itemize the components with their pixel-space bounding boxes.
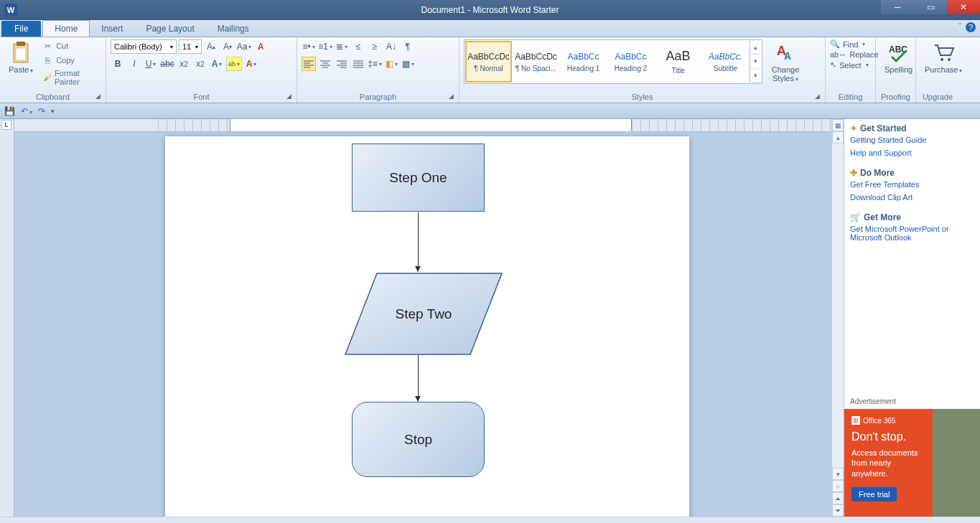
find-button[interactable]: 🔍Find bbox=[830, 39, 879, 49]
justify-icon bbox=[353, 60, 363, 68]
page-scroll[interactable]: Step One Step Two Stop bbox=[14, 132, 831, 517]
tab-insert[interactable]: Insert bbox=[90, 21, 134, 37]
justify-button[interactable] bbox=[351, 57, 365, 71]
page[interactable]: Step One Step Two Stop bbox=[165, 136, 689, 517]
qat-customize[interactable]: ▾ bbox=[51, 108, 55, 115]
scroll-down[interactable]: ▾ bbox=[832, 468, 844, 480]
numbering-button[interactable]: ≡1 bbox=[318, 39, 332, 54]
svg-point-22 bbox=[941, 58, 943, 61]
style-nospacing[interactable]: AaBbCcDc ¶ No Spaci... bbox=[513, 41, 559, 83]
decrease-indent-button[interactable]: ≤ bbox=[351, 39, 365, 54]
borders-button[interactable]: ▦ bbox=[401, 57, 415, 71]
ad-cta-button[interactable]: Free trial bbox=[851, 487, 897, 501]
file-tab[interactable]: File bbox=[1, 21, 41, 37]
bullets-button[interactable]: ≡• bbox=[302, 39, 316, 54]
domore-heading: ✚Do More bbox=[850, 168, 974, 178]
shrink-font-button[interactable]: A▾ bbox=[220, 39, 235, 54]
redo-button[interactable]: ↷ bbox=[38, 106, 45, 116]
tab-mailings[interactable]: Mailings bbox=[206, 21, 261, 37]
select-button[interactable]: ↖Select bbox=[830, 60, 879, 70]
strikethrough-button[interactable]: abc bbox=[160, 57, 174, 71]
minimize-button[interactable]: ─ bbox=[881, 0, 914, 14]
tab-home[interactable]: Home bbox=[42, 20, 90, 37]
font-size-selector[interactable]: 11▾ bbox=[179, 39, 202, 54]
style-title[interactable]: AaB Title bbox=[655, 41, 701, 83]
paragraph-launcher[interactable]: ◢ bbox=[449, 93, 456, 100]
align-center-button[interactable] bbox=[318, 57, 332, 71]
link-get-powerpoint-outlook[interactable]: Get Microsoft PowerPoint or Microsoft Ou… bbox=[850, 222, 974, 244]
styles-scroll-up[interactable]: ▴ bbox=[750, 41, 761, 55]
italic-button[interactable]: I bbox=[127, 57, 141, 71]
replace-button[interactable]: ab↔Replace bbox=[830, 50, 879, 59]
undo-button[interactable]: ↶ bbox=[21, 106, 32, 116]
align-left-button[interactable] bbox=[302, 57, 316, 71]
cut-button[interactable]: ✂Cut bbox=[40, 39, 101, 52]
close-button[interactable]: ✕ bbox=[947, 0, 980, 14]
show-marks-button[interactable]: ¶ bbox=[401, 39, 415, 54]
styles-launcher[interactable]: ◢ bbox=[815, 93, 822, 100]
font-launcher[interactable]: ◢ bbox=[286, 93, 294, 100]
save-button[interactable]: 💾 bbox=[4, 106, 15, 116]
styles-expand[interactable]: ▾ bbox=[750, 69, 761, 83]
shading-button[interactable]: ◧ bbox=[384, 57, 398, 71]
next-page[interactable]: ⏷ bbox=[832, 504, 844, 517]
vertical-scrollbar[interactable]: ▦ ▴ ▾ ○ ⏶ ⏷ bbox=[831, 119, 844, 517]
grow-font-button[interactable]: A▴ bbox=[204, 39, 218, 54]
maximize-button[interactable]: ▭ bbox=[914, 0, 947, 14]
multilevel-button[interactable]: ≣ bbox=[335, 39, 349, 54]
style-normal[interactable]: AaBbCcDc ¶ Normal bbox=[465, 41, 512, 83]
tab-selector[interactable]: L bbox=[1, 120, 11, 130]
underline-button[interactable]: U bbox=[144, 57, 158, 71]
ad-headline: Don't stop. bbox=[851, 430, 973, 443]
font-name-selector[interactable]: Calibri (Body)▾ bbox=[111, 39, 177, 54]
flowchart-parallelogram[interactable]: Step Two bbox=[345, 273, 503, 355]
flowchart-arrow-1[interactable] bbox=[418, 212, 419, 271]
style-subtitle[interactable]: AaBbCc. Subtitle bbox=[702, 41, 749, 83]
flowchart-arrow-2[interactable] bbox=[418, 355, 419, 401]
text-effects-button[interactable]: A bbox=[210, 57, 224, 71]
style-heading1[interactable]: AaBbCc Heading 1 bbox=[560, 41, 607, 83]
line-spacing-button[interactable]: ‡≡ bbox=[368, 57, 382, 71]
increase-indent-button[interactable]: ≥ bbox=[368, 39, 382, 54]
help-icon[interactable]: ? bbox=[966, 22, 976, 32]
link-getting-started-guide[interactable]: Getting Started Guide bbox=[850, 133, 974, 146]
purchase-button[interactable]: Purchase bbox=[920, 39, 966, 75]
change-styles-button[interactable]: AA Change Styles bbox=[765, 39, 806, 85]
copy-button[interactable]: ⎘Copy bbox=[40, 54, 101, 67]
change-case-button[interactable]: Aa bbox=[237, 39, 251, 54]
ribbon: Paste ✂Cut ⎘Copy 🖌Format Painter Clipboa… bbox=[0, 37, 980, 103]
styles-scroll-down[interactable]: ▾ bbox=[750, 55, 761, 68]
sort-button[interactable]: A↓ bbox=[384, 39, 398, 54]
link-download-clipart[interactable]: Download Clip Art bbox=[850, 191, 974, 204]
spelling-button[interactable]: ABC Spelling bbox=[880, 39, 917, 75]
scroll-up[interactable]: ▴ bbox=[832, 131, 844, 143]
highlight-button[interactable]: ab bbox=[226, 57, 242, 71]
style-heading2[interactable]: AaBbCc Heading 2 bbox=[607, 41, 654, 83]
paste-button[interactable]: Paste bbox=[4, 39, 37, 75]
clipboard-launcher[interactable]: ◢ bbox=[95, 93, 103, 100]
subscript-button[interactable]: x2 bbox=[177, 57, 191, 71]
align-right-button[interactable] bbox=[335, 57, 349, 71]
tab-pagelayout[interactable]: Page Layout bbox=[134, 21, 205, 37]
align-left-icon bbox=[304, 60, 314, 68]
flowchart-process-box[interactable]: Step One bbox=[352, 143, 485, 212]
clear-formatting-button[interactable]: A̷ bbox=[253, 39, 268, 54]
ruler-toggle[interactable]: ▦ bbox=[832, 119, 844, 131]
ad-body: Access documents from nearly anywhere. bbox=[851, 448, 924, 479]
format-painter-button[interactable]: 🖌Format Painter bbox=[40, 68, 101, 87]
change-styles-icon: AA bbox=[774, 41, 797, 64]
link-help-support[interactable]: Help and Support bbox=[850, 146, 974, 159]
flowchart-terminator-box[interactable]: Stop bbox=[352, 402, 485, 477]
quick-access-bar: 💾 ↶ ↷ ▾ bbox=[0, 103, 980, 119]
horizontal-ruler[interactable] bbox=[14, 119, 831, 132]
browse-object[interactable]: ○ bbox=[832, 480, 844, 492]
link-free-templates[interactable]: Get Free Templates bbox=[850, 178, 974, 191]
group-upgrade: Purchase Upgrade bbox=[916, 37, 959, 103]
minimize-ribbon-icon[interactable]: ˇ bbox=[958, 22, 961, 32]
prev-page[interactable]: ⏶ bbox=[832, 492, 844, 504]
font-color-button[interactable]: A bbox=[244, 57, 258, 71]
bold-button[interactable]: B bbox=[111, 57, 125, 71]
advertisement[interactable]: ⊞Office 365 Don't stop. Access documents… bbox=[844, 409, 980, 517]
superscript-button[interactable]: x2 bbox=[193, 57, 207, 71]
brush-icon: 🖌 bbox=[42, 72, 52, 83]
